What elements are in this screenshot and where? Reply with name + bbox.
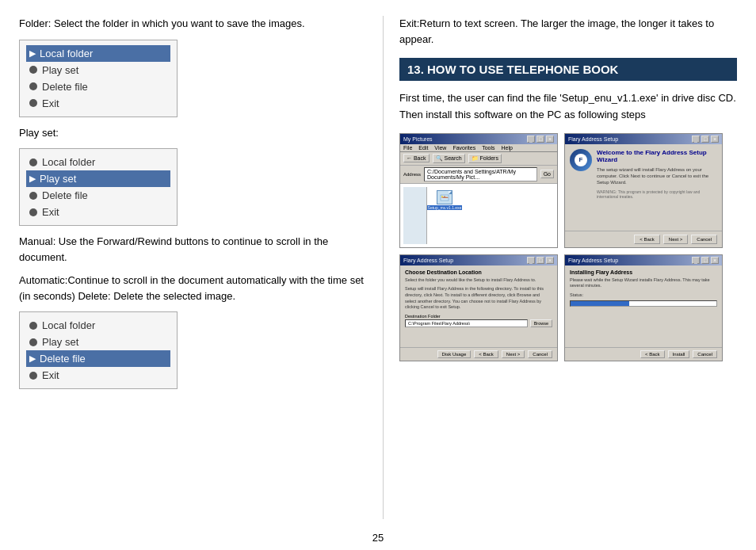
arrow-icon-2: ▶ xyxy=(29,174,36,184)
menu-box-1: ▶ Local folder Play set Delete file Exit xyxy=(19,40,178,117)
cancel-btn-prog[interactable]: Cancel xyxy=(693,350,717,358)
menu-item-exit-3[interactable]: Exit xyxy=(26,367,170,384)
install-btn-prog[interactable]: Install xyxy=(668,350,690,358)
back-btn-prog[interactable]: < Back xyxy=(640,350,665,358)
install-titlebar-btns-prog: _ □ × xyxy=(692,257,719,264)
menu-item-delete-file-2[interactable]: Delete file xyxy=(26,187,170,204)
file-icon-setup[interactable]: Setup_ms.v1.1.exe xyxy=(433,190,456,214)
menu-item-exit-1[interactable]: Exit xyxy=(26,95,170,112)
cancel-button-welcome[interactable]: Cancel xyxy=(691,235,717,244)
menu-item-delete-file-3[interactable]: ▶ Delete file xyxy=(26,350,170,367)
right-column: Exit:Return to text screen. The larger t… xyxy=(384,16,737,519)
section-header: 13. HOW TO USE TELEPHONE BOOK xyxy=(399,58,737,81)
auto-text: Automatic:Continue to scroll in the docu… xyxy=(19,273,367,304)
go-btn[interactable]: Go xyxy=(540,170,554,178)
flary-logo-inner: F xyxy=(575,154,587,166)
cancel-btn-dest[interactable]: Cancel xyxy=(528,350,552,358)
menu-item-play-set-3[interactable]: Play set xyxy=(26,334,170,350)
file-icon-label: Setup_ms.v1.1.exe xyxy=(427,205,463,210)
install-footer-prog: < Back Install Cancel xyxy=(565,347,722,361)
win-toolbar: ← Back 🔍 Search 📁 Folders xyxy=(400,152,557,166)
screenshots-bottom-row: Flary Address Setup _ □ × Choose Destina… xyxy=(399,254,737,361)
win-content: Setup_ms.v1.1.exe xyxy=(430,187,554,244)
maximize-btn[interactable]: □ xyxy=(536,136,544,143)
bullet-icon-2 xyxy=(29,82,37,90)
address-input[interactable]: C:/Documents and Settings/ATR/My Documen… xyxy=(424,167,537,181)
file-icon-image xyxy=(437,190,452,204)
my-pictures-screenshot: My Pictures _ □ × File Edit View Favorit… xyxy=(399,133,558,248)
installing-desc: Please wait while the Setup Wizard insta… xyxy=(570,277,717,289)
menu-box-3: Local folder Play set ▶ Delete file Exit xyxy=(19,311,178,389)
installing-screenshot: Flary Address Setup _ □ × Installing Fla… xyxy=(564,254,723,361)
svg-point-1 xyxy=(441,196,443,197)
flary-minimize[interactable]: _ xyxy=(692,136,700,143)
screenshots-top-row: My Pictures _ □ × File Edit View Favorit… xyxy=(399,133,737,248)
bullet-icon-1 xyxy=(29,66,37,74)
bullet-icon-8 xyxy=(29,338,37,346)
win-menubar: File Edit View Favorites Tools Help xyxy=(400,144,557,152)
inst-minimize[interactable]: _ xyxy=(527,257,535,264)
flary-logo: F xyxy=(570,149,592,171)
menu-item-local-folder-2[interactable]: Local folder xyxy=(26,154,170,170)
browse-button[interactable]: Browse xyxy=(530,319,552,327)
flary-welcome-screenshot: Flary Address Setup _ □ × F Welcome to t… xyxy=(564,133,723,248)
install-desc: Setup will install Flary Address in the … xyxy=(405,286,552,311)
menu-item-delete-file-1[interactable]: Delete file xyxy=(26,78,170,95)
minimize-btn[interactable]: _ xyxy=(527,136,535,143)
win-titlebar-buttons: _ □ × xyxy=(527,136,554,143)
flary-close[interactable]: × xyxy=(711,136,719,143)
menu-item-play-set-2[interactable]: ▶ Play set xyxy=(26,170,170,187)
install-body-prog: Installing Flary Address Please wait whi… xyxy=(565,265,722,347)
installing-title: Installing Flary Address xyxy=(570,269,717,275)
flary-titlebar-welcome: Flary Address Setup _ □ × xyxy=(565,134,722,144)
prog-close[interactable]: × xyxy=(711,257,719,264)
welcome-warning: WARNING: This program is protected by co… xyxy=(597,189,717,200)
dest-input-row: C:\Program Files\Flary Address\ Browse xyxy=(405,319,552,327)
prog-maximize[interactable]: □ xyxy=(701,257,709,264)
progress-bar-fill xyxy=(571,301,629,306)
choose-dest-desc: Select the folder you would like the Set… xyxy=(405,277,552,284)
choose-dest-screenshot: Flary Address Setup _ □ × Choose Destina… xyxy=(399,254,558,361)
back-button-welcome[interactable]: < Back xyxy=(634,235,660,244)
dest-folder-label: Destination Folder xyxy=(405,314,552,319)
prog-minimize[interactable]: _ xyxy=(692,257,700,264)
win-body: Setup_ms.v1.1.exe xyxy=(400,184,557,247)
install-titlebar-btns: _ □ × xyxy=(527,257,554,264)
menu-item-play-set-1[interactable]: Play set xyxy=(26,62,170,78)
bullet-icon-3 xyxy=(29,99,37,107)
search-btn[interactable]: 🔍 Search xyxy=(433,154,465,163)
playset-label: Play set: xyxy=(19,125,367,141)
welcome-title: Welcome to the Flary Address Setup Wizar… xyxy=(597,149,717,163)
bullet-icon-9 xyxy=(29,372,37,380)
disk-usage-btn[interactable]: Disk Usage xyxy=(437,350,472,358)
left-column: Folder: Select the folder in which you w… xyxy=(19,16,384,519)
page-footer: 25 xyxy=(0,527,756,550)
folder-section-text: Folder: Select the folder in which you w… xyxy=(19,16,367,32)
progress-bar xyxy=(570,300,717,307)
manual-text: Manual: Use the Forward/Rewind buttons t… xyxy=(19,234,367,265)
arrow-icon-1: ▶ xyxy=(29,48,36,59)
close-btn[interactable]: × xyxy=(546,136,554,143)
intro-text-1: First time, the user can find the file '… xyxy=(399,90,737,124)
folders-btn[interactable]: 📁 Folders xyxy=(468,154,502,163)
bullet-icon-4 xyxy=(29,159,37,166)
flary-body-welcome: F Welcome to the Flary Address Setup Wiz… xyxy=(565,144,722,231)
menu-box-2: Local folder ▶ Play set Delete file Exit xyxy=(19,148,178,226)
back-btn-dest[interactable]: < Back xyxy=(474,350,498,358)
win-sidebar xyxy=(403,187,427,244)
menu-item-local-folder-1[interactable]: ▶ Local folder xyxy=(26,45,170,62)
inst-close[interactable]: × xyxy=(546,257,554,264)
bullet-icon-7 xyxy=(29,322,37,330)
next-button-welcome[interactable]: Next > xyxy=(663,235,689,244)
back-btn[interactable]: ← Back xyxy=(403,154,430,162)
dest-folder-field: Destination Folder C:\Program Files\Flar… xyxy=(405,314,552,327)
menu-item-exit-2[interactable]: Exit xyxy=(26,204,170,220)
dest-folder-input[interactable]: C:\Program Files\Flary Address\ xyxy=(405,319,528,327)
flary-titlebar-btns: _ □ × xyxy=(692,136,719,143)
next-btn-dest[interactable]: Next > xyxy=(502,350,525,358)
inst-maximize[interactable]: □ xyxy=(536,257,544,264)
menu-item-local-folder-3[interactable]: Local folder xyxy=(26,317,170,334)
install-titlebar-prog: Flary Address Setup _ □ × xyxy=(565,255,722,265)
flary-maximize[interactable]: □ xyxy=(701,136,709,143)
choose-dest-title: Choose Destination Location xyxy=(405,269,552,275)
